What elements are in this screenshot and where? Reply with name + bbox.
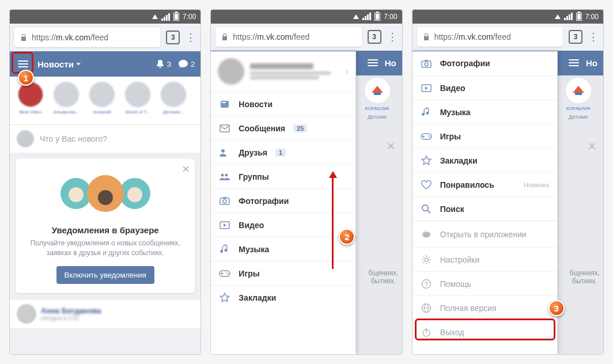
- header-title[interactable]: Новости: [37, 59, 81, 69]
- svg-point-29: [425, 230, 426, 232]
- browser-toolbar: https://m.vk.com/feed 3 ⋮: [211, 24, 402, 51]
- menu-games[interactable]: Игры: [413, 124, 557, 148]
- address-bar[interactable]: https://m.vk.com/feed: [14, 28, 160, 47]
- hamburger-icon[interactable]: [365, 57, 380, 69]
- story-item[interactable]: Детские...: [158, 81, 188, 121]
- svg-rect-9: [220, 198, 229, 204]
- android-statusbar: 7:00: [413, 10, 603, 24]
- menu-video[interactable]: Видео: [413, 75, 557, 100]
- music-icon: [219, 244, 230, 255]
- menu-open-app[interactable]: Открыть в приложении: [413, 221, 557, 247]
- help-icon: ?: [421, 278, 432, 290]
- menu-help[interactable]: ?Помощь: [413, 271, 557, 295]
- menu-bookmarks[interactable]: Закладки: [211, 285, 355, 309]
- svg-point-8: [225, 173, 228, 176]
- svg-rect-11: [223, 197, 226, 199]
- menu-bookmarks[interactable]: Закладки: [413, 148, 557, 172]
- svg-point-26: [422, 205, 428, 211]
- phone-screenshot-3: 7:00 https://m.vk.com/feed 3 ⋮ Поиск Но …: [412, 9, 604, 355]
- menu-messages[interactable]: Сообщения25: [211, 116, 355, 140]
- heart-icon: [421, 179, 432, 191]
- svg-point-25: [429, 136, 430, 138]
- address-bar[interactable]: https://m.vk.com/feed: [215, 27, 361, 47]
- menu-search[interactable]: Поиск: [413, 196, 557, 221]
- annotation-marker-1: 1: [18, 70, 34, 86]
- card-text-peek: бщениях,бытиях.: [368, 269, 398, 285]
- header-title-peek: Но: [586, 58, 597, 68]
- menu-full-version[interactable]: Полная версия: [413, 295, 557, 320]
- browser-menu-icon[interactable]: ⋮: [186, 32, 196, 43]
- menu-games[interactable]: Игры: [211, 261, 355, 285]
- illustration: [25, 168, 186, 219]
- phone-screenshot-1: 7:00 https://m.vk.com/feed 3 ⋮ Новости 3…: [9, 9, 201, 355]
- svg-rect-31: [422, 233, 423, 236]
- menu-liked[interactable]: ПонравилосьНовинка: [413, 172, 557, 196]
- svg-rect-2: [374, 93, 381, 95]
- menu-settings[interactable]: Настройки: [413, 247, 557, 271]
- story-item[interactable]: Альфа-Ба...: [51, 81, 81, 121]
- close-icon[interactable]: ✕: [181, 163, 190, 176]
- feed-post[interactable]: Анна Богданова сегодня в 1:52: [10, 299, 200, 328]
- status-time: 7:00: [585, 13, 599, 21]
- browser-toolbar: https://m.vk.com/feed 3 ⋮: [413, 24, 603, 51]
- navigation-drawer: Фотографии Видео Музыка Игры Закладки По…: [413, 51, 558, 354]
- tabs-button[interactable]: 3: [368, 30, 381, 44]
- svg-point-10: [223, 200, 226, 203]
- android-statusbar: 7:00: [10, 10, 200, 24]
- messages-button[interactable]: 2: [178, 59, 195, 69]
- close-icon: ✕: [588, 140, 596, 153]
- stories-row[interactable]: Best Video Альфа-Ба... Алексей World of …: [10, 77, 200, 125]
- star-icon: [421, 155, 432, 166]
- close-icon: ✕: [387, 140, 395, 153]
- notifications-button[interactable]: 3: [156, 59, 171, 69]
- badge: 1: [275, 149, 286, 157]
- menu-photos[interactable]: Фотографии: [413, 51, 557, 75]
- badge: 25: [293, 124, 307, 132]
- svg-point-20: [425, 62, 428, 66]
- camera-icon: [421, 58, 432, 69]
- music-icon: [421, 107, 432, 118]
- menu-photos[interactable]: Фотографии: [211, 188, 355, 213]
- annotation-marker-3: 3: [548, 300, 565, 316]
- navigation-drawer: › Новости Сообщения25 Друзья1 Группы Фот…: [211, 51, 356, 354]
- search-icon: [421, 203, 432, 215]
- star-icon: [219, 292, 230, 304]
- status-time: 7:00: [183, 13, 196, 21]
- menu-music[interactable]: Музыка: [211, 237, 355, 261]
- address-bar[interactable]: https://m.vk.com/feed: [417, 27, 563, 47]
- mail-icon: [219, 123, 230, 134]
- android-icon: [421, 229, 432, 240]
- camera-icon: [219, 195, 230, 207]
- menu-music[interactable]: Музыка: [413, 100, 557, 124]
- menu-friends[interactable]: Друзья1: [211, 140, 355, 164]
- svg-point-15: [228, 274, 229, 275]
- card-subtitle: Получайте уведомления о новых сообщениях…: [25, 238, 186, 258]
- new-tag: Новинка: [524, 181, 548, 188]
- svg-point-24: [428, 135, 429, 136]
- phone-screenshot-2: 7:00 https://m.vk.com/feed 3 ⋮ Поиск Но …: [210, 9, 402, 355]
- hamburger-icon[interactable]: [566, 57, 581, 69]
- story-item[interactable]: Алексей: [87, 81, 117, 121]
- chevron-down-icon: [76, 63, 81, 66]
- svg-rect-21: [425, 60, 428, 62]
- enable-notifications-button[interactable]: Включить уведомления: [56, 266, 154, 284]
- menu-news[interactable]: Новости: [211, 92, 355, 116]
- vk-header: Новости 3 2: [10, 51, 200, 77]
- story-item[interactable]: Best Video: [16, 81, 46, 121]
- tabs-button[interactable]: 3: [166, 31, 180, 44]
- friends-icon: [219, 147, 230, 158]
- video-icon: [219, 219, 230, 231]
- avatar: [17, 304, 36, 324]
- menu-video[interactable]: Видео: [211, 213, 355, 237]
- gamepad-icon: [421, 131, 432, 142]
- story-item[interactable]: World of T...: [123, 81, 153, 121]
- drawer-profile[interactable]: ›: [211, 51, 355, 92]
- tabs-button[interactable]: 3: [569, 30, 582, 44]
- story-peek: КОРАБЛИК Детские: [353, 77, 402, 120]
- avatar: [17, 130, 34, 147]
- browser-toolbar: https://m.vk.com/feed 3 ⋮: [10, 24, 200, 51]
- post-composer[interactable]: Что у Вас нового?: [10, 125, 200, 153]
- browser-menu-icon[interactable]: ⋮: [387, 32, 398, 42]
- svg-line-27: [427, 210, 430, 213]
- browser-menu-icon[interactable]: ⋮: [588, 32, 599, 42]
